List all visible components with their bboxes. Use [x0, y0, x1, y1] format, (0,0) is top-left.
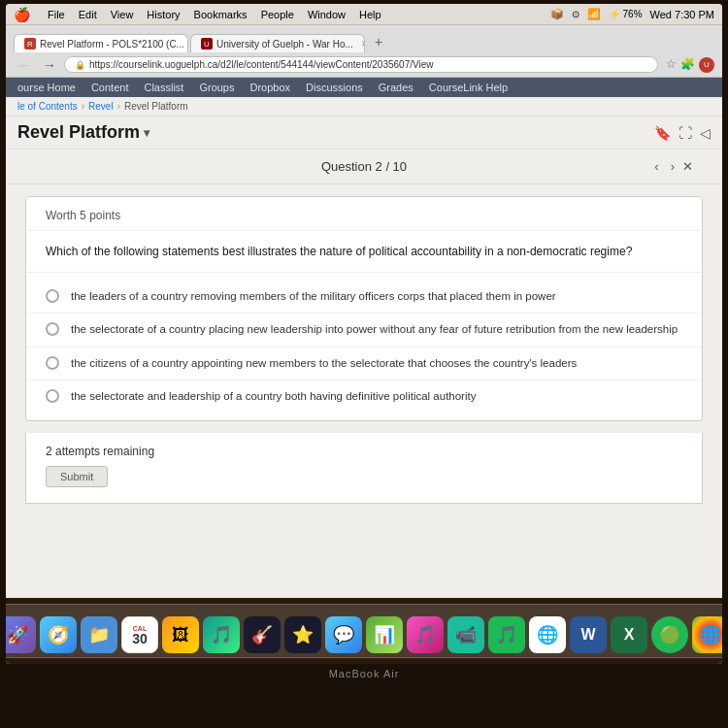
- dock-excel[interactable]: X: [611, 616, 647, 653]
- menu-left: 🍎 File Edit View History Bookmarks Peopl…: [14, 7, 381, 22]
- quiz-options: the leaders of a country removing member…: [26, 273, 702, 420]
- nav-grades[interactable]: Grades: [379, 82, 414, 93]
- radio-2[interactable]: [46, 322, 59, 336]
- sidebar-toggle-icon[interactable]: ◁: [700, 125, 711, 141]
- tab-revel-label: Revel Platform - POLS*2100 (C...: [40, 39, 184, 50]
- submit-button[interactable]: Submit: [46, 466, 108, 487]
- dock-numbers[interactable]: 📊: [366, 616, 403, 653]
- dock: 🚀 🧭 📁 CAL 30 🖼 🎵 🎸 ⭐ 💬 📊 🎵 📹 🎵 🌐 W X: [6, 604, 722, 658]
- tab-revel-favicon: R: [24, 38, 36, 50]
- menu-file[interactable]: File: [48, 9, 65, 20]
- dropbox-icon: 📦: [550, 8, 564, 20]
- tab-university-close[interactable]: ✕: [361, 39, 365, 49]
- profile-icon[interactable]: U: [699, 57, 714, 73]
- courselink-topnav: ourse Home Content Classlist Groups Drop…: [6, 78, 722, 97]
- url-text: https://courselink.uoguelph.ca/d2l/le/co…: [89, 59, 434, 70]
- dock-garageband[interactable]: 🎸: [244, 616, 281, 653]
- browser-nav: ← → 🔒 https://courselink.uoguelph.ca/d2l…: [14, 56, 714, 73]
- option-text-3: the citizens of a country appointing new…: [71, 355, 577, 372]
- tab-revel[interactable]: R Revel Platform - POLS*2100 (C... ✕: [14, 34, 188, 52]
- content-area: le of Contents › Revel › Revel Platform …: [6, 97, 722, 598]
- tab-university[interactable]: U University of Guelph - War Ho... ✕: [190, 34, 365, 52]
- dock-safari[interactable]: 🧭: [40, 616, 77, 653]
- dock-itunes[interactable]: 🎵: [407, 616, 444, 653]
- dock-launchpad[interactable]: 🚀: [6, 616, 36, 653]
- breadcrumb-revel[interactable]: Revel: [88, 101, 114, 112]
- nav-course-home[interactable]: ourse Home: [17, 82, 76, 93]
- new-tab-button[interactable]: +: [367, 31, 390, 52]
- close-question-button[interactable]: ✕: [682, 159, 693, 174]
- dock-chrome[interactable]: 🌐: [529, 616, 566, 653]
- menu-help[interactable]: Help: [359, 9, 381, 20]
- breadcrumb: le of Contents › Revel › Revel Platform: [6, 97, 722, 116]
- page-title-text: Revel Platform: [17, 122, 140, 143]
- page-title-chevron-icon[interactable]: ▾: [144, 126, 149, 140]
- quiz-option-3[interactable]: the citizens of a country appointing new…: [26, 347, 702, 381]
- dock-photos[interactable]: 🖼: [162, 616, 199, 653]
- breadcrumb-sep1: ›: [82, 101, 84, 112]
- dock-finder[interactable]: 📁: [81, 616, 117, 653]
- bookmark-star-icon[interactable]: ☆: [666, 57, 677, 73]
- breadcrumb-toc[interactable]: le of Contents: [17, 101, 78, 112]
- dock-spotify[interactable]: 🎵: [488, 616, 525, 653]
- address-bar[interactable]: 🔒 https://courselink.uoguelph.ca/d2l/le/…: [64, 56, 658, 73]
- menu-edit[interactable]: Edit: [79, 9, 97, 20]
- nav-dropbox[interactable]: Dropbox: [249, 82, 290, 93]
- dock-spotify2[interactable]: 🟢: [651, 616, 688, 653]
- quiz-option-4[interactable]: the selectorate and leadership of a coun…: [26, 381, 702, 413]
- screen-record-icon: ⊙: [572, 9, 579, 19]
- page-title-row: Revel Platform ▾ 🔖 ⛶ ◁: [6, 116, 722, 149]
- dock-area: 🚀 🧭 📁 CAL 30 🖼 🎵 🎸 ⭐ 💬 📊 🎵 📹 🎵 🌐 W X: [6, 598, 722, 664]
- quiz-question-text: Which of the following statements best i…: [26, 231, 702, 273]
- radio-1[interactable]: [46, 289, 59, 303]
- dock-facetime[interactable]: 📹: [447, 616, 484, 653]
- radio-4[interactable]: [46, 389, 59, 403]
- quiz-option-2[interactable]: the selectorate of a country placing new…: [26, 314, 702, 347]
- forward-button[interactable]: →: [39, 57, 60, 73]
- nav-discussions[interactable]: Discussions: [306, 82, 363, 93]
- extensions-icon[interactable]: 🧩: [680, 57, 695, 73]
- dock-star[interactable]: ⭐: [284, 616, 321, 653]
- dock-calendar[interactable]: CAL 30: [121, 616, 158, 653]
- attempts-remaining: 2 attempts remaining: [46, 445, 682, 458]
- tab-university-favicon: U: [201, 38, 213, 50]
- wifi-icon[interactable]: 📶: [587, 8, 601, 20]
- apple-menu[interactable]: 🍎: [14, 7, 30, 22]
- mac-frame: 🍎 File Edit View History Bookmarks Peopl…: [0, 0, 728, 728]
- expand-icon[interactable]: ⛶: [678, 125, 692, 141]
- menu-history[interactable]: History: [147, 9, 180, 20]
- dock-photos2[interactable]: 🎵: [203, 616, 240, 653]
- dock-word[interactable]: W: [570, 616, 607, 653]
- radio-3[interactable]: [46, 356, 59, 370]
- prev-question-button[interactable]: ‹: [650, 157, 662, 176]
- nav-courselink-help[interactable]: CourseLink Help: [429, 82, 508, 93]
- nav-groups[interactable]: Groups: [199, 82, 234, 93]
- menu-window[interactable]: Window: [308, 9, 346, 20]
- back-button[interactable]: ←: [14, 57, 35, 73]
- macbook-label: MacBook Air: [329, 664, 400, 683]
- screen: 🍎 File Edit View History Bookmarks Peopl…: [6, 4, 722, 664]
- nav-classlist[interactable]: Classlist: [144, 82, 183, 93]
- quiz-footer: 2 attempts remaining Submit: [25, 433, 703, 504]
- page-title-icons: 🔖 ⛶ ◁: [654, 125, 711, 141]
- bookmark-icon[interactable]: 🔖: [654, 125, 671, 141]
- page-title: Revel Platform ▾: [17, 122, 149, 143]
- nav-content[interactable]: Content: [91, 82, 129, 93]
- clock: Wed 7:30 PM: [650, 9, 714, 20]
- menu-view[interactable]: View: [111, 9, 134, 20]
- question-nav-arrows: ‹ › ✕: [650, 157, 693, 176]
- menu-bookmarks[interactable]: Bookmarks: [194, 9, 248, 20]
- question-nav: Question 2 / 10 ‹ › ✕: [6, 149, 722, 184]
- menu-bar: 🍎 File Edit View History Bookmarks Peopl…: [6, 4, 722, 25]
- lock-icon: 🔒: [75, 60, 85, 70]
- menu-right: 📦 ⊙ 📶 ⚡ 76% Wed 7:30 PM: [550, 8, 714, 20]
- question-label: Question 2 / 10: [321, 159, 407, 174]
- quiz-option-1[interactable]: the leaders of a country removing member…: [26, 281, 702, 314]
- menu-people[interactable]: People: [261, 9, 294, 20]
- option-text-2: the selectorate of a country placing new…: [71, 321, 678, 338]
- dock-messages[interactable]: 💬: [325, 616, 362, 653]
- tab-university-label: University of Guelph - War Ho...: [216, 39, 353, 50]
- dock-chrome2[interactable]: 🌐: [692, 616, 722, 653]
- next-question-button[interactable]: ›: [667, 157, 678, 176]
- option-text-4: the selectorate and leadership of a coun…: [71, 388, 476, 405]
